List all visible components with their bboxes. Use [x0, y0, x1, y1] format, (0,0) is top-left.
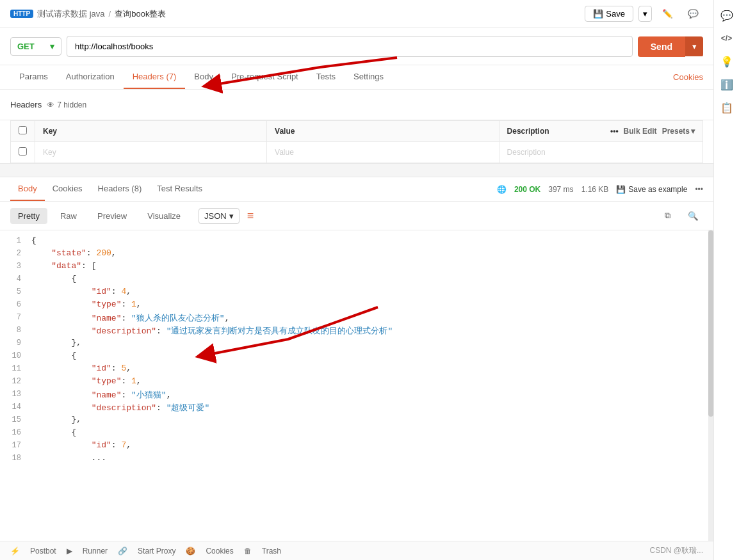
format-bar: Pretty Raw Preview Visualize JSON ▾ ≡ ⧉ … [0, 202, 713, 230]
save-button[interactable]: 💾 Save [585, 6, 633, 22]
save-dropdown-button[interactable]: ▾ [638, 6, 652, 22]
breadcrumb-link[interactable]: 测试请求数据 java [37, 8, 104, 20]
trash-link[interactable]: Trash [262, 547, 281, 556]
response-tab-body[interactable]: Body [10, 177, 45, 201]
proxy-link[interactable]: Start Proxy [138, 547, 175, 556]
sidebar-code-icon[interactable]: </> [717, 28, 737, 49]
send-main-button[interactable]: Send [638, 36, 685, 57]
eye-icon: 👁 [47, 100, 54, 109]
save-icon: 💾 [593, 9, 603, 19]
code-line-10: 10 { [0, 351, 713, 364]
response-tab-cookies[interactable]: Cookies [45, 177, 90, 201]
response-tab-test-results[interactable]: Test Results [149, 177, 210, 201]
response-size: 1.16 KB [581, 185, 609, 194]
headers-table-container: Key Value Description ••• Bulk Edit Pres… [0, 120, 713, 164]
url-input[interactable] [67, 36, 633, 57]
presets-chevron-icon: ▾ [691, 127, 695, 136]
hidden-badge: 👁 7 hidden [47, 100, 86, 109]
http-badge: HTTP [10, 10, 33, 18]
th-checkbox [11, 121, 35, 142]
sidebar-chat-icon[interactable]: 💬 [717, 5, 737, 26]
desc-cell[interactable]: Description [499, 142, 702, 163]
bulk-edit-button[interactable]: Bulk Edit [624, 127, 657, 136]
response-meta: 🌐 200 OK 397 ms 1.16 KB 💾 Save as exampl… [497, 185, 703, 194]
code-line-8: 8 "description": "通过玩家发言判断对方是否具有成立队友的目的心… [0, 325, 713, 338]
code-line-16: 16 { [0, 428, 713, 440]
postbot-link[interactable]: Postbot [30, 547, 56, 556]
response-tabs-bar: Body Cookies Headers (8) Test Results 🌐 … [0, 177, 713, 202]
copy-button[interactable]: ⧉ [657, 205, 678, 226]
tab-authorization[interactable]: Authorization [57, 65, 124, 89]
presets-button[interactable]: Presets ▾ [662, 127, 695, 136]
send-dropdown-button[interactable]: ▾ [685, 36, 703, 56]
code-line-13: 13 "name": "小猫猫", [0, 389, 713, 402]
format-select[interactable]: JSON ▾ [199, 208, 240, 224]
pencil-icon: ✏️ [662, 9, 673, 19]
headers-section: Headers 👁 7 hidden [0, 90, 713, 120]
code-line-4: 4 { [0, 274, 713, 287]
save-example-button[interactable]: 💾 Save as example [616, 185, 687, 194]
code-line-12: 12 "type": 1, [0, 376, 713, 389]
tab-settings[interactable]: Settings [345, 65, 393, 89]
method-selector[interactable]: GET ▾ [10, 37, 61, 56]
code-line-17: 17 "id": 7, [0, 440, 713, 453]
headers-title-row: Headers 👁 7 hidden [10, 96, 703, 113]
comment-icon: 💬 [688, 9, 699, 19]
desc-placeholder: Description [507, 148, 546, 157]
th-description: Description ••• Bulk Edit Presets ▾ [499, 121, 702, 142]
save-example-label: Save as example [628, 185, 687, 194]
row-checkbox[interactable] [19, 147, 27, 156]
code-line-14: 14 "description": "超级可爱" [0, 402, 713, 415]
breadcrumb-separator: / [109, 9, 111, 19]
code-area[interactable]: 1 { 2 "state": 200, 3 "data": [ 4 { [0, 230, 713, 541]
format-tab-preview[interactable]: Preview [90, 208, 134, 224]
tab-tests[interactable]: Tests [307, 65, 345, 89]
cookies-link[interactable]: Cookies [673, 66, 703, 88]
format-label: JSON [204, 211, 227, 221]
code-line-1: 1 { [0, 236, 713, 248]
code-line-6: 6 "type": 1, [0, 300, 713, 312]
value-placeholder: Value [275, 148, 294, 157]
more-options-icon[interactable]: ••• [610, 127, 619, 136]
top-actions: 💾 Save ▾ ✏️ 💬 [585, 4, 703, 24]
postbot-icon: ⚡ [10, 547, 20, 556]
sidebar-bulb-icon[interactable]: 💡 [717, 51, 737, 72]
tab-pre-request[interactable]: Pre-request Script [222, 65, 307, 89]
cookies-bottom-link[interactable]: Cookies [206, 547, 233, 556]
tab-params[interactable]: Params [10, 65, 57, 89]
runner-link[interactable]: Runner [83, 547, 108, 556]
headers-label: Headers [10, 100, 42, 109]
table-row: Key Value Description [11, 142, 703, 163]
pencil-button[interactable]: ✏️ [657, 4, 678, 24]
key-cell[interactable]: Key [35, 142, 267, 163]
code-line-15: 15 }, [0, 415, 713, 428]
format-tab-pretty[interactable]: Pretty [10, 208, 47, 224]
request-tabs-bar: Params Authorization Headers (7) Body Pr… [0, 65, 713, 90]
breadcrumb: HTTP 测试请求数据 java / 查询book整表 [10, 8, 580, 20]
scrollbar-thumb[interactable] [708, 230, 713, 417]
filter-button[interactable]: ≡ [245, 207, 257, 225]
send-chevron-icon: ▾ [692, 42, 697, 51]
code-line-7: 7 "name": "狼人杀的队友心态分析", [0, 312, 713, 325]
select-all-checkbox[interactable] [19, 126, 27, 134]
tab-headers[interactable]: Headers (7) [124, 65, 186, 89]
comment-button[interactable]: 💬 [683, 4, 703, 24]
method-chevron-icon: ▾ [50, 42, 54, 51]
search-button[interactable]: 🔍 [683, 205, 703, 226]
sidebar-copy2-icon[interactable]: 📋 [717, 97, 737, 118]
spacer [0, 164, 713, 177]
right-sidebar: 💬 </> 💡 ℹ️ 📋 [713, 0, 739, 560]
response-time: 397 ms [548, 185, 573, 194]
url-bar: GET ▾ Send ▾ [0, 28, 713, 65]
sidebar-info-icon[interactable]: ℹ️ [717, 74, 737, 95]
code-line-3: 3 "data": [ [0, 261, 713, 274]
tab-body[interactable]: Body [185, 65, 222, 89]
scrollbar-track [708, 230, 713, 541]
more-options-button[interactable]: ••• [695, 185, 703, 194]
format-tab-raw[interactable]: Raw [53, 208, 85, 224]
runner-icon: ▶ [67, 547, 72, 556]
copy-icon: ⧉ [665, 211, 670, 221]
response-tab-headers[interactable]: Headers (8) [90, 177, 150, 201]
format-tab-visualize[interactable]: Visualize [140, 208, 188, 224]
value-cell[interactable]: Value [267, 142, 499, 163]
